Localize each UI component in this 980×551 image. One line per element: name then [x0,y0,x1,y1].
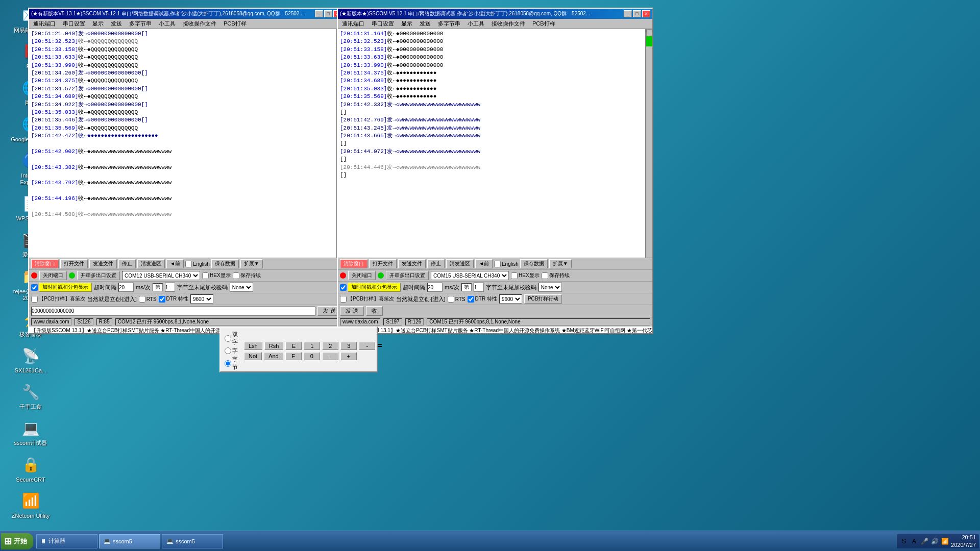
hex-checkbox-2[interactable] [511,272,518,279]
radio-byte[interactable]: 字节 [225,356,238,371]
maximize-btn-2[interactable]: □ [633,10,641,17]
menu-multibyte-2[interactable]: 多字节串 [435,19,463,28]
menu-portset-1[interactable]: 串口设置 [60,19,88,28]
plus-btn[interactable]: + [340,352,357,360]
save-log-btn-2[interactable]: 保存数据 [520,259,548,268]
desktop-icon-securecrt[interactable]: 🔒 SecureCRT [10,455,51,483]
add-time-check-2[interactable]: 加时间戳和分包显示 [340,283,401,292]
interval-input-1[interactable] [118,283,134,292]
menu-pcb-2[interactable]: PCB打样 [529,19,558,28]
minimize-btn-1[interactable]: _ [315,10,323,17]
terminal-area-2[interactable]: [20:51:31.164]收←◆0000000000000 [20:51:32… [338,29,652,258]
menu-recvfile-2[interactable]: 接收操作文件 [488,19,528,28]
pcb-checkbox-1[interactable] [31,296,38,303]
port-select-2[interactable]: COM15 USB-SERIAL CH340 [431,271,509,280]
menu-tools-2[interactable]: 小工具 [464,19,487,28]
hex-show-2[interactable]: HEX显示 [511,272,540,279]
tray-volume-icon[interactable]: 🔊 [930,537,939,545]
baud-select-1[interactable]: 9600 [190,294,213,304]
maximize-btn-1[interactable]: □ [324,10,332,17]
close-port-btn-1[interactable]: 关闭端口 [39,271,67,280]
dtr-checkbox-1[interactable] [159,296,165,303]
radio-byte-input[interactable] [225,360,231,367]
pcb-checkbox-2[interactable] [340,296,347,303]
send-input-1[interactable] [31,307,315,316]
pcb-check-1[interactable]: 【PCB打样】喜策次 [31,295,85,303]
send-btn-2[interactable]: 发 送 [340,306,364,316]
menu-send-1[interactable]: 发送 [108,19,125,28]
menu-comm-2[interactable]: 通讯端口 [339,19,368,28]
menu-portset-2[interactable]: 串口设置 [369,19,397,28]
english-check-2[interactable]: English [494,261,519,267]
minimize-btn-2[interactable]: _ [624,10,632,17]
menu-send-2[interactable]: 发送 [416,19,434,28]
checksum-select-2[interactable]: None [538,283,562,292]
add-time-checkbox-2[interactable] [340,284,347,291]
tray-network-icon[interactable]: 📶 [941,537,949,545]
port-select-1[interactable]: COM12 USB-SERIAL CH340 [122,271,200,280]
save-hold-1[interactable]: 保存持续 [233,272,261,279]
radio-double-word-input[interactable] [225,335,231,342]
clear-send-btn-1[interactable]: 清发送区 [137,259,165,268]
expand-btn-1[interactable]: 扩展▼ [240,259,263,268]
pcb-check-2[interactable]: 【PCB打样】喜策次 [340,295,394,303]
pcb-action-btn-2[interactable]: PCB打样行动 [524,294,562,304]
and-btn[interactable]: And [264,352,283,360]
english-check-1[interactable]: English [185,261,210,267]
lsh-btn[interactable]: Lsh [244,342,262,350]
dtr-checkbox-2[interactable] [468,296,474,303]
menu-comm-1[interactable]: 通讯端口 [30,19,59,28]
f-btn[interactable]: F [285,352,302,360]
clear-send-btn-2[interactable]: 清发送区 [446,259,474,268]
tray-lang-icon[interactable]: A [910,537,918,545]
prev-btn-2[interactable]: ◄前 [475,259,493,268]
menu-display-2[interactable]: 显示 [398,19,415,28]
recv-btn-2[interactable]: 收 [366,306,383,316]
hex-checkbox-1[interactable] [202,272,209,279]
baud-select-2[interactable]: 9600 [499,294,522,304]
menu-pcb-1[interactable]: PCB打样 [220,19,250,28]
save-checkbox-1[interactable] [233,272,239,279]
packet-input-1[interactable] [165,283,175,292]
save-checkbox-2[interactable] [542,272,548,279]
send-file-btn-2[interactable]: 发送文件 [398,259,426,268]
terminal-area-1[interactable]: [20:51:21.040]发→◇000000000000000[] [20:5… [29,29,344,258]
taskbar-app-calculator[interactable]: 🖩 计算器 [36,534,97,548]
desktop-icon-sx1261[interactable]: 📡 SX1261Ca... [10,345,51,374]
start-button[interactable]: ⊞ 开始 [1,533,33,549]
e-btn[interactable]: E [285,342,302,350]
open-file-btn-1[interactable]: 打开文件 [60,259,88,268]
open-port-btn-2[interactable]: 开串多出口设置 [386,271,429,280]
taskbar-app-sscom5-1[interactable]: 💻 sscom5 [99,534,160,548]
desktop-icon-sscom[interactable]: 💻 sscom计试器 [10,418,51,446]
rts-checkbox-2[interactable] [448,296,454,303]
send-file-btn-1[interactable]: 发送文件 [89,259,117,268]
prev-btn-1[interactable]: ◄前 [166,259,184,268]
radio-double-word[interactable]: 双字 [225,331,238,346]
menu-display-1[interactable]: 显示 [89,19,107,28]
menu-recvfile-1[interactable]: 接收操作文件 [180,19,219,28]
radio-word-input[interactable] [225,347,231,354]
clear-window-btn-2[interactable]: 清除窗口 [340,259,368,268]
save-log-btn-1[interactable]: 保存数据 [211,259,239,268]
desktop-icon-znetcom[interactable]: 📶 ZNetcom Utility [10,491,51,519]
hex-show-1[interactable]: HEX显示 [202,272,231,279]
save-hold-2[interactable]: 保存持续 [542,272,570,279]
desktop-icon-qianshugong[interactable]: 🔧 千手工食 [10,382,51,410]
packet-input-2[interactable] [474,283,484,292]
add-time-checkbox-1[interactable] [31,284,38,291]
tray-sscom-icon[interactable]: S [900,537,908,545]
num2-btn[interactable]: 2 [322,342,338,350]
dot-btn[interactable]: . [322,352,338,360]
add-time-check-1[interactable]: 加时间戳和分包显示 [31,283,92,292]
open-file-btn-2[interactable]: 打开文件 [369,259,397,268]
rts-checkbox-1[interactable] [139,296,145,303]
clear-window-btn-1[interactable]: 清除窗口 [31,259,59,268]
interval-input-2[interactable] [427,283,443,292]
menu-multibyte-1[interactable]: 多字节串 [126,19,155,28]
taskbar-app-sscom5-2[interactable]: 💻 sscom5 [162,534,223,548]
checksum-select-1[interactable]: None [230,283,253,292]
not-btn[interactable]: Not [244,352,262,360]
num3-btn[interactable]: 3 [340,342,357,350]
english-checkbox-1[interactable] [185,261,192,267]
